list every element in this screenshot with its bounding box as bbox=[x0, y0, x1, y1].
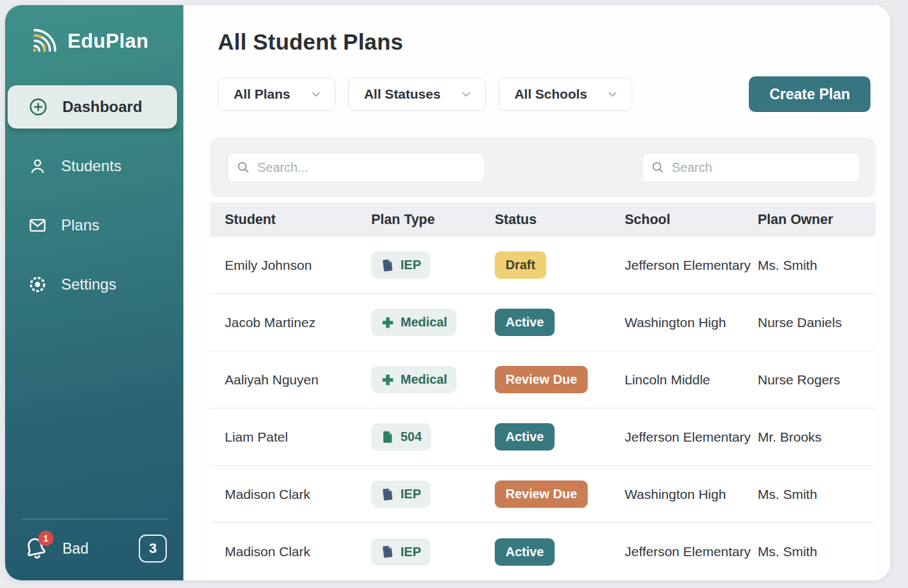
sidebar-divider bbox=[22, 519, 168, 519]
filter-label: All Plans bbox=[234, 87, 290, 102]
table-body: Emily JohnsonIEPDraftJefferson Elementar… bbox=[210, 237, 876, 580]
plan-type-chip: IEP bbox=[371, 480, 430, 508]
plan-type-chip: 504 bbox=[371, 423, 431, 451]
iep-document-icon bbox=[381, 258, 395, 272]
sidebar-item-dashboard[interactable]: Dashboard bbox=[8, 85, 177, 129]
status-badge: Review Due bbox=[495, 366, 588, 393]
chevron-down-icon bbox=[460, 88, 472, 101]
school-name: Washington High bbox=[625, 315, 758, 330]
school-name: Jefferson Elementary bbox=[625, 544, 758, 559]
plan-owner: Nurse Rogers bbox=[758, 372, 876, 388]
plan-type-label: IEP bbox=[401, 487, 421, 501]
medical-cross-icon bbox=[381, 316, 395, 330]
sidebar-nav: DashboardStudentsPlansSettings bbox=[5, 85, 183, 322]
plan-type-label: 504 bbox=[401, 430, 422, 444]
plan-type-label: IEP bbox=[401, 545, 421, 559]
sidebar-item-label: Dashboard bbox=[62, 98, 142, 116]
status-badge: Active bbox=[495, 423, 555, 451]
plan-type-label: Medical bbox=[401, 315, 447, 330]
plan-type-chip: IEP bbox=[371, 251, 430, 279]
iep-document-icon bbox=[381, 487, 395, 501]
plan-type-chip: Medical bbox=[371, 309, 457, 336]
search-icon bbox=[651, 160, 665, 177]
notification-bell-button[interactable]: 1 bbox=[23, 536, 48, 561]
medical-cross-icon bbox=[381, 373, 395, 387]
plan-owner: Mr. Brooks bbox=[758, 430, 876, 445]
student-name: Jacob Martinez bbox=[225, 315, 371, 330]
gear-icon bbox=[28, 275, 47, 294]
sidebar-item-plans[interactable]: Plans bbox=[8, 204, 177, 247]
filter-dropdown-all-plans[interactable]: All Plans bbox=[218, 78, 336, 111]
status-badge: Active bbox=[495, 538, 555, 566]
search-input-right[interactable] bbox=[642, 153, 860, 183]
school-name: Washington High bbox=[625, 487, 758, 502]
filter-label: All Schools bbox=[514, 87, 587, 102]
plan-owner: Ms. Smith bbox=[758, 544, 876, 559]
student-name: Liam Patel bbox=[225, 430, 371, 445]
plan-type-chip: Medical bbox=[371, 366, 457, 393]
plan-type-label: Medical bbox=[401, 372, 447, 387]
table-row: Madison ClarkIEPActiveJefferson Elementa… bbox=[210, 523, 876, 580]
plus-circle-icon bbox=[28, 97, 48, 117]
status-badge: Active bbox=[495, 309, 555, 336]
footer-label: Bad bbox=[62, 540, 89, 557]
table-row: Aaliyah NguyenMedicalReview DueLincoln M… bbox=[210, 351, 876, 409]
iep-document-icon bbox=[381, 545, 395, 559]
filter-label: All Statuses bbox=[364, 87, 441, 102]
status-badge: Draft bbox=[495, 251, 546, 279]
sidebar-footer: 1 Bad 3 bbox=[5, 519, 183, 580]
notification-count-badge: 1 bbox=[38, 531, 53, 546]
chevron-down-icon bbox=[606, 88, 619, 101]
sidebar: EduPlan DashboardStudentsPlansSettings 1… bbox=[5, 5, 183, 580]
app-name: EduPlan bbox=[67, 30, 149, 53]
column-header-student: Student bbox=[225, 212, 371, 228]
sidebar-item-label: Students bbox=[61, 157, 122, 175]
document-icon bbox=[381, 430, 395, 444]
column-header-school: School bbox=[625, 212, 758, 228]
user-icon bbox=[28, 157, 47, 176]
sidebar-item-students[interactable]: Students bbox=[8, 144, 177, 188]
envelope-icon bbox=[28, 216, 47, 235]
column-header-plan-owner: Plan Owner bbox=[758, 212, 876, 228]
student-name: Madison Clark bbox=[225, 487, 371, 502]
table-header: StudentPlan TypeStatusSchoolPlan Owner bbox=[210, 202, 876, 237]
sidebar-item-label: Settings bbox=[61, 276, 117, 293]
search-toolbar bbox=[210, 137, 876, 197]
status-badge: Review Due bbox=[495, 480, 588, 508]
bell-icon bbox=[23, 552, 48, 563]
filter-dropdown-all-schools[interactable]: All Schools bbox=[499, 78, 632, 111]
plan-type-chip: IEP bbox=[371, 538, 430, 566]
school-name: Jefferson Elementary bbox=[625, 430, 758, 445]
column-header-status: Status bbox=[495, 212, 625, 228]
student-name: Aaliyah Nguyen bbox=[225, 372, 371, 388]
chevron-down-icon bbox=[309, 88, 322, 101]
plan-owner: Ms. Smith bbox=[758, 487, 876, 502]
school-name: Jefferson Elementary bbox=[625, 258, 758, 273]
search-icon bbox=[236, 160, 250, 177]
logo-signal-icon bbox=[28, 24, 60, 59]
plan-owner: Ms. Smith bbox=[758, 258, 876, 273]
app-logo: EduPlan bbox=[5, 5, 183, 59]
table-row: Liam Patel504ActiveJefferson ElementaryM… bbox=[210, 409, 876, 466]
table-row: Emily JohnsonIEPDraftJefferson Elementar… bbox=[210, 237, 876, 294]
school-name: Lincoln Middle bbox=[625, 372, 758, 388]
counter-button[interactable]: 3 bbox=[139, 535, 167, 563]
plan-owner: Nurse Daniels bbox=[758, 315, 876, 330]
table-row: Jacob MartinezMedicalActiveWashington Hi… bbox=[210, 294, 876, 351]
filter-row: All PlansAll StatusesAll Schools Create … bbox=[218, 76, 876, 112]
page-title: All Student Plans bbox=[218, 29, 876, 55]
student-name: Madison Clark bbox=[225, 544, 371, 559]
sidebar-item-label: Plans bbox=[61, 216, 99, 234]
sidebar-item-settings[interactable]: Settings bbox=[8, 263, 177, 306]
search-input-left[interactable] bbox=[227, 153, 485, 183]
plan-type-label: IEP bbox=[401, 258, 421, 272]
create-plan-button[interactable]: Create Plan bbox=[749, 76, 870, 112]
column-header-plan-type: Plan Type bbox=[371, 212, 495, 228]
student-name: Emily Johnson bbox=[225, 258, 371, 273]
app-window: EduPlan DashboardStudentsPlansSettings 1… bbox=[5, 5, 890, 580]
main-content: All Student Plans All PlansAll StatusesA… bbox=[183, 5, 890, 580]
table-row: Madison ClarkIEPReview DueWashington Hig… bbox=[210, 466, 876, 523]
filter-dropdown-all-statuses[interactable]: All Statuses bbox=[348, 78, 486, 111]
